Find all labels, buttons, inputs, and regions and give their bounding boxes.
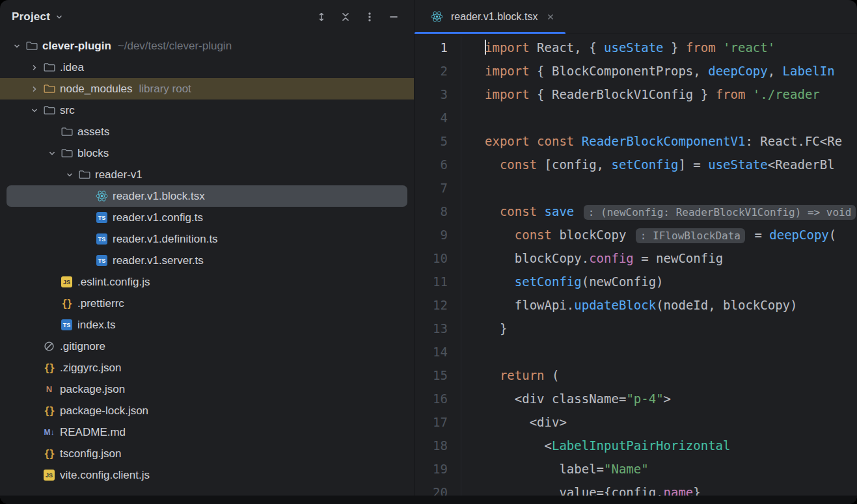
- code-token: from: [716, 87, 746, 101]
- tree-item-readme-md[interactable]: M↓README.md: [7, 421, 407, 443]
- code-line[interactable]: <LabelInputPairHorizontal: [485, 434, 857, 457]
- chevron-right-icon[interactable]: [28, 62, 41, 73]
- chevron-down-icon[interactable]: [28, 105, 41, 116]
- code-line[interactable]: label="Name": [485, 457, 857, 481]
- line-number: 20: [415, 481, 448, 496]
- tree-item-gitignore[interactable]: .gitignore: [7, 336, 407, 357]
- collapse-all-button[interactable]: [340, 11, 351, 23]
- tree-item-idea[interactable]: .idea: [7, 57, 407, 78]
- chevron-right-icon[interactable]: [28, 84, 41, 94]
- line-number: 13: [415, 317, 448, 340]
- code-line[interactable]: const [config, setConfig] = useState<Rea…: [485, 153, 857, 176]
- tree-item-label: .idea: [60, 61, 84, 74]
- tree-item-label: README.md: [60, 426, 126, 439]
- main-area: Project clever-plugin~/dev/test/clever-p…: [0, 0, 857, 496]
- code-token: [530, 134, 537, 148]
- tree-item-prettierrc[interactable]: {}.prettierrc: [7, 293, 407, 314]
- code-line[interactable]: }: [485, 317, 857, 340]
- code-token: import: [485, 87, 530, 101]
- code-token: div: [537, 415, 559, 429]
- code-line[interactable]: const save : (newConfig: ReaderBlockV1Co…: [485, 200, 857, 223]
- tree-item-package-lock-json[interactable]: {}package-lock.json: [7, 400, 407, 421]
- tree-item-ziggyrc-json[interactable]: {}.ziggyrc.json: [7, 357, 407, 378]
- line-number: 18: [415, 434, 448, 457]
- code-token: }: [664, 40, 686, 55]
- code-line[interactable]: return (: [485, 364, 857, 387]
- folder-icon: [59, 148, 75, 158]
- code-token: = newConfig: [634, 251, 723, 265]
- code-token: =: [747, 228, 769, 242]
- tree-item-reader-v1[interactable]: reader-v1: [7, 164, 407, 185]
- tree-item-reader-v1-definition-ts[interactable]: TSreader.v1.definition.ts: [7, 228, 407, 250]
- code-token: =: [619, 391, 626, 406]
- code-line[interactable]: <div className="p-4">: [485, 387, 857, 410]
- line-number: 15: [415, 364, 448, 387]
- select-opened-file-button[interactable]: [316, 11, 327, 23]
- inlay-hint[interactable]: : IFlowBlockData: [636, 228, 745, 243]
- chevron-down-icon[interactable]: [63, 170, 76, 180]
- code-token: className: [552, 391, 619, 406]
- code-line[interactable]: import { BlockComponentProps, deepCopy, …: [485, 59, 857, 83]
- code-line[interactable]: import React, { useState } from 'react': [485, 36, 857, 59]
- tree-item-index-ts[interactable]: TSindex.ts: [7, 314, 407, 336]
- tab-reader-v1-block-tsx[interactable]: reader.v1.block.tsx: [415, 0, 565, 33]
- hide-panel-button[interactable]: [388, 11, 400, 23]
- project-dropdown[interactable]: Project: [12, 10, 64, 23]
- tree-item-clever-plugin[interactable]: clever-plugin~/dev/test/clever-plugin: [7, 35, 407, 57]
- tree-item-vite-config-client-js[interactable]: JSvite.config.client.js: [7, 464, 407, 486]
- markdown-icon: M↓: [41, 428, 57, 437]
- tree-item-package-json[interactable]: Npackage.json: [7, 378, 407, 400]
- line-number: 17: [415, 410, 448, 434]
- code-token: [552, 228, 559, 242]
- line-number: 9: [415, 223, 448, 246]
- code-line[interactable]: value={config.name}: [485, 481, 857, 496]
- tree-item-label: package.json: [60, 383, 125, 396]
- tab-file-icon-slot: [429, 10, 445, 23]
- tree-item-reader-v1-server-ts[interactable]: TSreader.v1.server.ts: [7, 250, 407, 271]
- code-token: [574, 134, 581, 148]
- code-line[interactable]: blockCopy.config = newConfig: [485, 246, 857, 270]
- tree-item-label: reader.v1.config.ts: [113, 211, 203, 224]
- typescript-icon: TS: [94, 255, 110, 266]
- chevron-down-icon[interactable]: [10, 41, 23, 51]
- code-token: <: [485, 415, 537, 429]
- more-options-button[interactable]: [364, 11, 375, 23]
- tree-item-label: reader.v1.server.ts: [113, 254, 204, 267]
- folder-icon: [41, 84, 57, 94]
- code-line[interactable]: [485, 340, 857, 364]
- code-token: export: [485, 134, 530, 148]
- code-line[interactable]: flowApi.updateBlock(nodeId, blockCopy): [485, 293, 857, 317]
- code-line[interactable]: [485, 176, 857, 200]
- tree-item-node-modules[interactable]: node_moduleslibrary root: [0, 78, 414, 99]
- code-line[interactable]: import { ReaderBlockV1Config } from './r…: [485, 83, 857, 106]
- json-braces-icon: {}: [59, 298, 75, 310]
- gutter: 1234567891011121314151617181920: [415, 36, 461, 496]
- tree-item-assets[interactable]: assets: [7, 121, 407, 142]
- tree-item-reader-v1-config-ts[interactable]: TSreader.v1.config.ts: [7, 207, 407, 228]
- folder-icon: [41, 105, 57, 115]
- code-line[interactable]: <div>: [485, 410, 857, 434]
- close-icon[interactable]: [546, 12, 555, 21]
- tree-item-eslint-config-js[interactable]: JS.eslint.config.js: [7, 271, 407, 293]
- line-number: 10: [415, 246, 448, 270]
- code-line[interactable]: const blockCopy : IFlowBlockData = deepC…: [485, 223, 857, 246]
- tree-item-subtitle: library root: [139, 83, 191, 96]
- code-line[interactable]: export const ReaderBlockComponentV1: Rea…: [485, 129, 857, 153]
- code-token: div: [522, 391, 544, 406]
- tree-item-blocks[interactable]: blocks: [7, 142, 407, 164]
- code-token: ,: [768, 64, 783, 78]
- code-token: useState: [708, 157, 768, 172]
- tree-item-src[interactable]: src: [7, 99, 407, 121]
- panel-title: Project: [12, 10, 50, 23]
- inlay-hint[interactable]: : (newConfig: ReaderBlockV1Config) => vo…: [584, 205, 856, 220]
- chevron-down-icon[interactable]: [46, 148, 59, 159]
- code-token: updateBlock: [574, 298, 656, 312]
- tree-item-reader-v1-block-tsx[interactable]: reader.v1.block.tsx: [7, 185, 407, 207]
- code-line[interactable]: [485, 106, 857, 129]
- tree-item-tsconfig-json[interactable]: {}tsconfig.json: [7, 443, 407, 464]
- tree-item-label: vite.config.client.js: [60, 469, 150, 482]
- line-number: 1: [415, 36, 448, 59]
- code-token: [537, 204, 544, 219]
- code-token: (newConfig): [582, 274, 664, 289]
- code-line[interactable]: setConfig(newConfig): [485, 270, 857, 293]
